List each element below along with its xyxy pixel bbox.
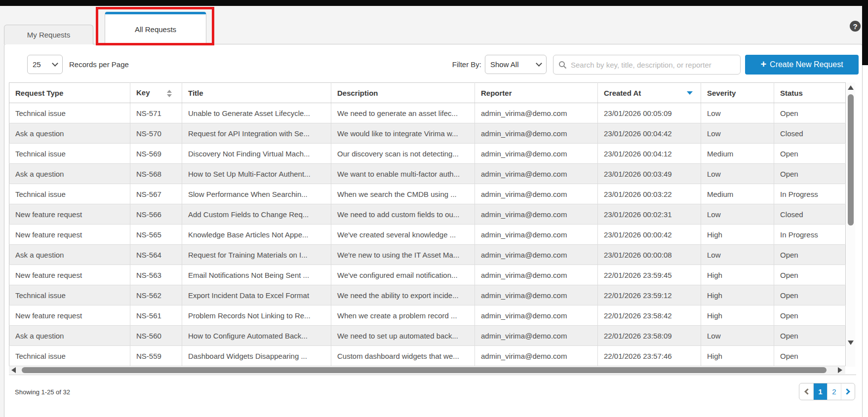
screenshot-top-border [0,0,868,6]
table-row[interactable]: Ask a question NS-570 Request for API In… [9,123,846,144]
vertical-scrollbar[interactable] [846,82,855,367]
records-per-page-value: 25 [33,60,41,69]
cell-request-type: Technical issue [9,103,130,123]
table-row[interactable]: Technical issue NS-571 Unable to Generat… [9,103,846,123]
help-button[interactable]: ? [850,21,861,32]
cell-key: NS-571 [130,103,182,123]
scroll-right-arrow-icon[interactable] [838,367,842,373]
cell-status: In Progress [774,184,846,204]
cell-status: Open [774,305,846,326]
cell-request-type: Ask a question [9,245,130,265]
screenshot-right-border [862,0,868,65]
cell-created-at: 23/01/2026 00:03:49 [598,164,701,184]
cell-description: We want to enable multi-factor auth... [331,164,475,184]
cell-severity: Low [701,164,774,184]
cell-severity: High [701,285,774,305]
table-row[interactable]: Technical issue NS-567 Slow Performance … [9,184,846,204]
column-header-severity[interactable]: Severity [701,83,774,103]
search-input[interactable] [571,61,735,69]
scroll-left-arrow-icon[interactable] [11,367,16,373]
cell-request-type: Technical issue [9,285,130,305]
cell-key: NS-559 [130,346,182,366]
question-mark-icon: ? [853,22,857,31]
cell-key: NS-561 [130,305,182,326]
filter-select[interactable]: Show All [485,55,547,74]
cell-description: When we create a problem record ... [331,305,475,326]
cell-request-type: Technical issue [9,346,130,366]
cell-reporter: admin_virima@demo.com [475,346,598,366]
cell-reporter: admin_virima@demo.com [475,184,598,204]
scroll-up-arrow-icon[interactable] [848,85,854,90]
cell-severity: High [701,305,774,326]
cell-description: When we search the CMDB using ... [331,184,475,204]
cell-severity: Low [701,326,774,346]
cell-created-at: 23/01/2026 00:00:08 [598,245,701,265]
tab-all-requests[interactable]: All Requests [105,12,206,44]
table-row[interactable]: New feature request NS-563 Email Notific… [9,265,846,285]
cell-status: Open [774,265,846,285]
showing-count: Showing 1-25 of 32 [15,388,70,396]
cell-request-type: New feature request [9,265,130,285]
table-row[interactable]: Ask a question NS-560 How to Configure A… [9,326,846,346]
cell-title: Discovery Not Finding Virtual Mach... [182,144,331,164]
cell-description: We've configured email notification... [331,265,475,285]
pagination-page-1[interactable]: 1 [813,383,827,400]
cell-severity: Medium [701,144,774,164]
sort-icon[interactable] [167,90,172,97]
cell-title: Add Custom Fields to Change Req... [182,204,331,225]
table-row[interactable]: New feature request NS-561 Problem Recor… [9,305,846,326]
column-header-key[interactable]: Key [130,83,182,103]
cell-created-at: 22/01/2026 23:59:12 [598,285,701,305]
horizontal-scrollbar-thumb[interactable] [22,367,827,373]
column-header-status[interactable]: Status [774,83,846,103]
pagination-page-2[interactable]: 2 [827,383,841,400]
cell-key: NS-568 [130,164,182,184]
tab-my-requests[interactable]: My Requests [4,25,93,44]
column-header-reporter[interactable]: Reporter [475,83,598,103]
cell-severity: High [701,346,774,366]
cell-reporter: admin_virima@demo.com [475,225,598,245]
cell-title: Export Incident Data to Excel Format [182,285,331,305]
cell-key: NS-567 [130,184,182,204]
table-row[interactable]: New feature request NS-565 Knowledge Bas… [9,225,846,245]
cell-created-at: 23/01/2026 00:02:31 [598,204,701,225]
table-row[interactable]: Ask a question NS-568 How to Set Up Mult… [9,164,846,184]
cell-title: How to Set Up Multi-Factor Authent... [182,164,331,184]
cell-title: Unable to Generate Asset Lifecycle... [182,103,331,123]
table-row[interactable]: Technical issue NS-562 Export Incident D… [9,285,846,305]
tab-all-requests-label: All Requests [135,25,176,34]
cell-created-at: 23/01/2026 00:03:22 [598,184,701,204]
cell-reporter: admin_virima@demo.com [475,164,598,184]
scroll-down-arrow-icon[interactable] [848,341,854,345]
pagination-prev-button[interactable] [799,383,813,400]
column-header-created-at[interactable]: Created At [598,83,701,103]
horizontal-scrollbar[interactable] [9,366,845,374]
requests-table: Request Type Key Title Description Repor… [9,82,846,366]
cell-severity: High [701,225,774,245]
table-row[interactable]: Ask a question NS-564 Request for Traini… [9,245,846,265]
column-header-title[interactable]: Title [182,83,331,103]
vertical-scrollbar-thumb[interactable] [848,94,854,226]
table-row[interactable]: Technical issue NS-559 Dashboard Widgets… [9,346,846,366]
table-row[interactable]: Technical issue NS-569 Discovery Not Fin… [9,144,846,164]
cell-reporter: admin_virima@demo.com [475,245,598,265]
cell-description: We need to add custom fields to ou... [331,204,475,225]
requests-panel: 25 Records per Page Filter By: Show All … [4,44,863,417]
cell-severity: High [701,265,774,285]
cell-request-type: Ask a question [9,326,130,346]
column-header-description[interactable]: Description [331,83,475,103]
cell-created-at: 22/01/2026 23:58:09 [598,326,701,346]
cell-status: Open [774,164,846,184]
chevron-down-icon [536,60,542,67]
table-row[interactable]: New feature request NS-566 Add Custom Fi… [9,204,846,225]
cell-reporter: admin_virima@demo.com [475,326,598,346]
column-header-request-type[interactable]: Request Type [9,83,130,103]
create-new-request-button[interactable]: + Create New Request [745,55,859,75]
cell-status: Open [774,285,846,305]
cell-description: Our discovery scan is not detecting... [331,144,475,164]
cell-severity: Low [701,204,774,225]
pagination-next-button[interactable] [841,383,855,400]
cell-status: Closed [774,123,846,144]
records-per-page-select[interactable]: 25 [27,55,63,74]
cell-description: We're new to using the IT Asset Ma... [331,245,475,265]
